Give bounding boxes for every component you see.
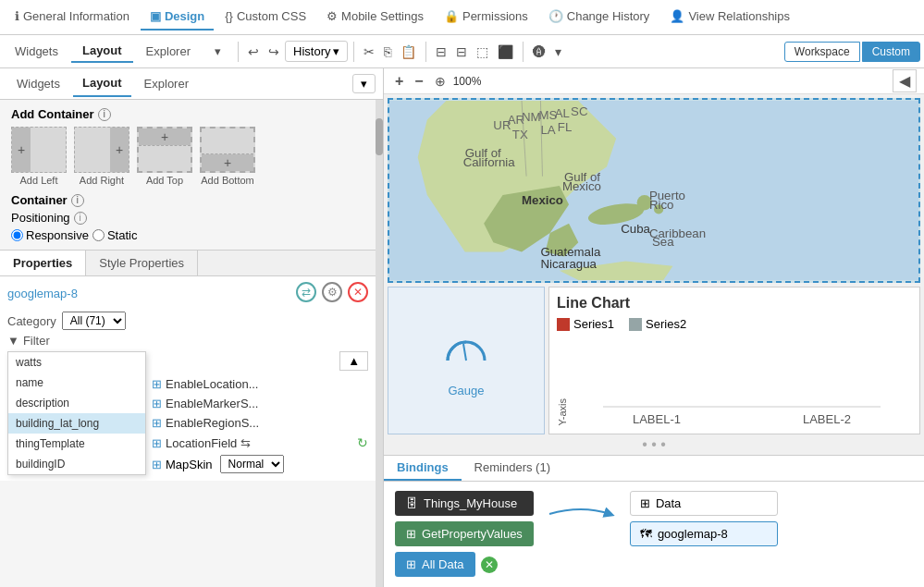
zoom-minus-btn[interactable]: − [411,73,426,90]
close-btn[interactable]: ✕ [348,282,368,302]
paste-btn[interactable]: 📋 [397,43,420,61]
filter-row: ▼ Filter [7,334,368,348]
align-right-btn[interactable]: ⬚ [473,43,492,61]
positioning-label: Positioning [11,211,70,225]
tab-permissions[interactable]: 🔒 Permissions [435,4,537,31]
tab-bindings[interactable]: Bindings [384,456,462,481]
tab-properties[interactable]: Properties [0,251,86,275]
right-panel: + − ⊕ 100% ◀ [384,68,924,587]
zoom-add-btn[interactable]: + [391,73,407,90]
align-left-btn[interactable]: ⊟ [432,43,450,61]
tab-changehistory[interactable]: 🕐 Change History [539,4,659,31]
add-bottom-btn[interactable]: + [200,127,255,173]
close-all-data-btn[interactable]: ✕ [481,556,498,573]
dropdown-item-description[interactable]: description [8,393,145,413]
all-data-source[interactable]: ⊞ All Data [395,552,475,577]
responsive-option[interactable]: Responsive [11,228,89,242]
add-top-btn[interactable]: + [137,127,192,173]
add-left-btn[interactable]: + [11,127,67,173]
svg-text:AL: AL [555,106,570,120]
scroll-left-btn[interactable]: ◀ [893,69,917,92]
responsive-radio[interactable] [11,229,23,241]
explorer-dropdown[interactable]: ▾ [203,41,232,62]
static-option[interactable]: Static [92,228,138,242]
legend-series1: Series1 [557,317,614,331]
things-myhouse-source[interactable]: 🗄 Things_MyHouse [395,491,534,516]
align-center-btn[interactable]: ⊟ [452,43,471,61]
dropdown-item-thing-template[interactable]: thingTemplate [8,434,145,454]
container-title: Container i [11,193,364,207]
bindings-content: 🗄 Things_MyHouse ⊞ GetPropertyValues ⊞ A… [384,482,924,586]
line-chart-title: Line Chart [557,295,912,312]
tab-general[interactable]: ℹ General Information [6,4,139,31]
copy-btn[interactable]: ⎘ [380,43,395,61]
tab-style-properties[interactable]: Style Properties [86,251,198,275]
tab-widgets[interactable]: Widgets [4,41,69,62]
tab-customcss[interactable]: {} Custom CSS [216,4,315,31]
gauge-icon [443,324,489,378]
googlemap-target[interactable]: 🗺 googlemap-8 [630,521,778,546]
top-nav: ℹ General Information ▣ Design {} Custom… [0,0,924,35]
tab-explorer[interactable]: Explorer [135,41,202,62]
zoom-fit-btn[interactable]: ⊕ [431,74,450,89]
left-panel-dropdown[interactable]: ▾ [352,74,376,93]
custom-btn[interactable]: Custom [862,42,920,62]
prop-enable-location[interactable]: ⊞ EnableLocation... [152,374,368,394]
static-radio[interactable] [92,229,105,241]
dropdown-item-building-lat[interactable]: building_lat_long [8,413,145,434]
undo-btn[interactable]: ↩ [244,43,263,61]
share-btn[interactable]: ⇄ [296,282,316,302]
svg-line-31 [463,344,466,361]
binding-arrow-svg [545,500,619,528]
get-property-values-source[interactable]: ⊞ GetPropertyValues [395,521,534,546]
map-icon: 🗺 [640,527,652,541]
layout-btn[interactable]: ⬛ [494,43,517,61]
left-tab-widgets[interactable]: Widgets [7,71,69,96]
svg-text:Cuba: Cuba [621,222,650,236]
tab-mobile[interactable]: ⚙ Mobile Settings [317,4,433,31]
cut-btn[interactable]: ✂ [360,43,378,61]
x-label-2: LABEL-2 [803,412,851,426]
dropdown-item-watts[interactable]: watts [8,352,145,373]
map-skin-select[interactable]: Normal [220,455,284,473]
dropdown-item-building-id[interactable]: buildingID [8,454,145,474]
arrow-container [545,491,619,528]
left-tab-explorer[interactable]: Explorer [135,71,198,96]
left-tab-layout[interactable]: Layout [73,70,131,97]
prop-location-field[interactable]: ⊞ LocationField ⇆ ↻ [152,433,368,453]
tab-layout[interactable]: Layout [71,40,133,63]
workspace-btn[interactable]: Workspace [784,42,860,62]
binding-source: 🗄 Things_MyHouse ⊞ GetPropertyValues ⊞ A… [395,491,534,577]
prop-enable-regions[interactable]: ⊞ EnableRegionS... [152,413,368,433]
tab-relationships[interactable]: 👤 View Relationships [660,4,799,31]
settings-btn[interactable]: ⚙ [322,282,342,302]
dropdown-item-name[interactable]: name [8,373,145,393]
svg-text:LA: LA [540,123,555,137]
props-content: googlemap-8 ⇄ ⚙ ✕ Category All (71) [0,276,376,481]
format-dropdown[interactable]: ▾ [551,43,565,61]
location-refresh-btn[interactable]: ↻ [357,435,368,450]
tab-design[interactable]: ▣ Design [141,4,214,31]
data-target[interactable]: ⊞ Data [630,491,778,516]
text-format-btn[interactable]: 🅐 [529,43,549,61]
series1-color [557,318,570,331]
clock-icon: 🕐 [548,9,563,23]
scrollbar-thumb[interactable] [376,118,383,155]
redo-btn[interactable]: ↪ [265,43,283,61]
left-scrollbar[interactable] [376,100,383,587]
add-right-btn[interactable]: + [74,127,129,173]
dropdown-up-btn[interactable]: ▲ [339,351,368,371]
add-top-label: Add Top [146,175,183,186]
tab-reminders[interactable]: Reminders (1) [462,456,563,481]
line-chart-box: Line Chart Series1 Series2 Y-axis [548,287,920,434]
category-select[interactable]: All (71) [62,312,126,330]
prop-icon-5: ⊞ [152,458,162,471]
prop-enable-markers[interactable]: ⊞ EnableMarkerS... [152,394,368,413]
svg-text:FL: FL [558,120,572,134]
googlemap-label: googlemap-8 [7,287,78,300]
props-actions: ⇄ ⚙ ✕ [296,282,368,302]
history-btn[interactable]: History ▾ [285,41,348,62]
x-labels: LABEL-1 LABEL-2 [572,412,912,426]
lock-icon: 🔒 [444,9,459,23]
mobile-icon: ⚙ [326,9,338,23]
